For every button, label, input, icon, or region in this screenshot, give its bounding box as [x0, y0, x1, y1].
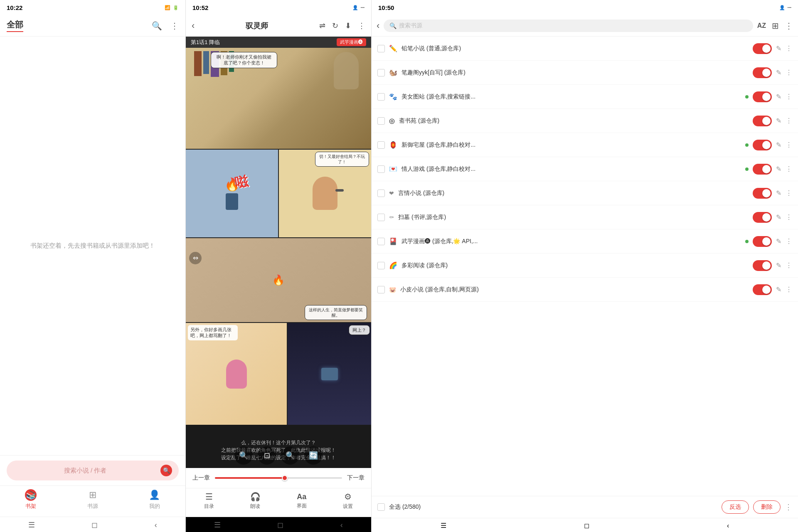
- source-checkbox-4[interactable]: [377, 117, 385, 125]
- source-checkbox-5[interactable]: [377, 141, 385, 149]
- source-more-6[interactable]: ⋮: [786, 165, 792, 173]
- nav-mine[interactable]: 👤 我的: [140, 489, 169, 510]
- p3-search-bar[interactable]: 🔍 搜索书源: [384, 20, 753, 32]
- source-more-4[interactable]: ⋮: [786, 117, 792, 125]
- edit-icon-1[interactable]: ✎: [776, 44, 781, 52]
- back-btn-3[interactable]: ‹: [377, 20, 379, 31]
- toggle-2[interactable]: [753, 67, 772, 78]
- source-checkbox-10[interactable]: [377, 262, 385, 269]
- refresh-icon[interactable]: ↻: [332, 21, 338, 30]
- edit-icon-10[interactable]: ✎: [776, 261, 781, 269]
- menu-icon-1[interactable]: ☰: [28, 520, 35, 530]
- search-submit-icon[interactable]: 🔍: [160, 465, 172, 476]
- more-icon-bottom[interactable]: ⋮: [785, 502, 792, 512]
- edit-icon-8[interactable]: ✎: [776, 213, 781, 221]
- back-icon-1[interactable]: ‹: [155, 521, 157, 530]
- home-icon-2[interactable]: ◻: [277, 520, 283, 530]
- edit-icon-9[interactable]: ✎: [776, 237, 781, 245]
- toggle-7[interactable]: [753, 188, 772, 199]
- qr-icon[interactable]: ⊞: [772, 21, 779, 31]
- toggle-5[interactable]: [753, 140, 772, 150]
- back-btn-2[interactable]: ‹: [192, 20, 195, 31]
- source-more-7[interactable]: ⋮: [786, 189, 792, 197]
- nav-bookshelf[interactable]: 📚 书架: [16, 489, 45, 510]
- source-more-10[interactable]: ⋮: [786, 261, 792, 269]
- source-emoji-7: ❤: [389, 190, 394, 197]
- progress-bar[interactable]: [215, 477, 342, 479]
- select-all-checkbox[interactable]: [377, 503, 385, 511]
- source-checkbox-3[interactable]: [377, 93, 385, 101]
- zoom-out-btn[interactable]: 🔍: [281, 446, 299, 465]
- source-checkbox-11[interactable]: [377, 286, 385, 293]
- shuffle-icon[interactable]: ⇌: [319, 21, 325, 30]
- prev-chapter-btn[interactable]: 上一章: [192, 474, 210, 482]
- edit-icon-11[interactable]: ✎: [776, 286, 781, 293]
- toggle-6[interactable]: [753, 164, 772, 175]
- speech-bubble-1: 啊！老师你刚才又偷拍我裙底了吧？你个变态！: [211, 52, 277, 68]
- toggle-9[interactable]: [753, 236, 772, 247]
- listen-btn[interactable]: 🎧 朗读: [239, 492, 272, 510]
- more-icon[interactable]: ⋮: [170, 21, 179, 31]
- menu-icon-3[interactable]: ☰: [441, 522, 446, 530]
- panel-bookshelf: 10:22 📶 🔋 全部 🔍 ⋮ 书架还空着，先去搜书籍或从书源里添加吧！ 搜索…: [0, 0, 186, 532]
- source-more-8[interactable]: ⋮: [786, 213, 792, 221]
- settings-btn[interactable]: 🔄: [304, 446, 323, 465]
- font-btn[interactable]: Aa 界面: [285, 493, 318, 510]
- edit-icon-3[interactable]: ✎: [776, 93, 781, 101]
- edit-icon-7[interactable]: ✎: [776, 189, 781, 197]
- progress-dot[interactable]: [282, 475, 288, 481]
- source-more-1[interactable]: ⋮: [786, 44, 792, 52]
- zoom-in-btn[interactable]: 🔍: [234, 446, 253, 465]
- source-checkbox-7[interactable]: [377, 190, 385, 197]
- source-more-3[interactable]: ⋮: [786, 93, 792, 101]
- source-checkbox-9[interactable]: [377, 238, 385, 245]
- toggle-4[interactable]: [753, 116, 772, 126]
- back-icon-3[interactable]: ‹: [727, 522, 729, 530]
- source-item-2: 🐿️ 笔趣阁yyk[自写] (源仓库) ✎ ⋮: [372, 61, 798, 85]
- sys-bar-2: ☰ ◻ ‹: [186, 517, 371, 532]
- source-more-2[interactable]: ⋮: [786, 69, 792, 76]
- mode-btn[interactable]: ⊡: [258, 446, 276, 465]
- edit-icon-6[interactable]: ✎: [776, 165, 781, 173]
- catalog-btn[interactable]: ☰ 目录: [192, 492, 226, 510]
- toggle-11[interactable]: [753, 284, 772, 295]
- toggle-3[interactable]: [753, 91, 772, 102]
- nav-sources-label: 书源: [87, 502, 98, 510]
- settings-toolbar-btn[interactable]: ⚙ 设置: [331, 492, 365, 510]
- green-dot-3: [745, 95, 749, 99]
- reverse-select-btn[interactable]: 反选: [722, 500, 749, 514]
- source-checkbox-2[interactable]: [377, 69, 385, 76]
- green-dot-9: [745, 240, 749, 243]
- more-icon-3[interactable]: ⋮: [785, 21, 793, 31]
- delete-btn[interactable]: 删除: [753, 500, 781, 514]
- search-icon[interactable]: 🔍: [152, 21, 162, 31]
- source-more-9[interactable]: ⋮: [786, 237, 792, 245]
- source-checkbox-1[interactable]: [377, 45, 385, 52]
- toggle-8[interactable]: [753, 212, 772, 223]
- toggle-1[interactable]: [753, 43, 772, 54]
- search-bar[interactable]: 搜索小说 / 作者 🔍: [7, 461, 179, 480]
- speech-bubble-4: 网上？: [349, 325, 370, 335]
- source-name-11: 小皮小说 (源仓库,自制,网页源): [400, 286, 741, 293]
- listen-icon: 🎧: [250, 492, 261, 502]
- scene-row-4: 另外，你好多画几张吧，网上都骂翻了！ 网上？: [186, 323, 371, 425]
- edit-icon-4[interactable]: ✎: [776, 117, 781, 125]
- home-icon-1[interactable]: ◻: [91, 520, 98, 530]
- more-icon-2[interactable]: ⋮: [358, 21, 365, 30]
- edit-icon-2[interactable]: ✎: [776, 69, 781, 76]
- source-more-5[interactable]: ⋮: [786, 141, 792, 149]
- download-icon[interactable]: ⬇: [345, 21, 351, 30]
- source-more-11[interactable]: ⋮: [786, 286, 792, 293]
- nav-sources[interactable]: ⊞ 书源: [78, 489, 107, 510]
- back-icon-2[interactable]: ‹: [340, 521, 343, 530]
- manga-image[interactable]: 啊！老师你刚才又偷拍我裙底了吧？你个变态！ 🔥 嗞: [186, 48, 371, 468]
- az-sort-icon[interactable]: AZ: [757, 22, 766, 30]
- source-checkbox-8[interactable]: [377, 214, 385, 221]
- home-icon-3[interactable]: ◻: [584, 522, 589, 530]
- source-checkbox-6[interactable]: [377, 165, 385, 173]
- next-chapter-btn[interactable]: 下一章: [347, 474, 365, 482]
- menu-icon-2[interactable]: ☰: [214, 520, 221, 530]
- status-bar-2: 10:52 👤 ···: [186, 0, 371, 15]
- toggle-10[interactable]: [753, 260, 772, 271]
- edit-icon-5[interactable]: ✎: [776, 141, 781, 149]
